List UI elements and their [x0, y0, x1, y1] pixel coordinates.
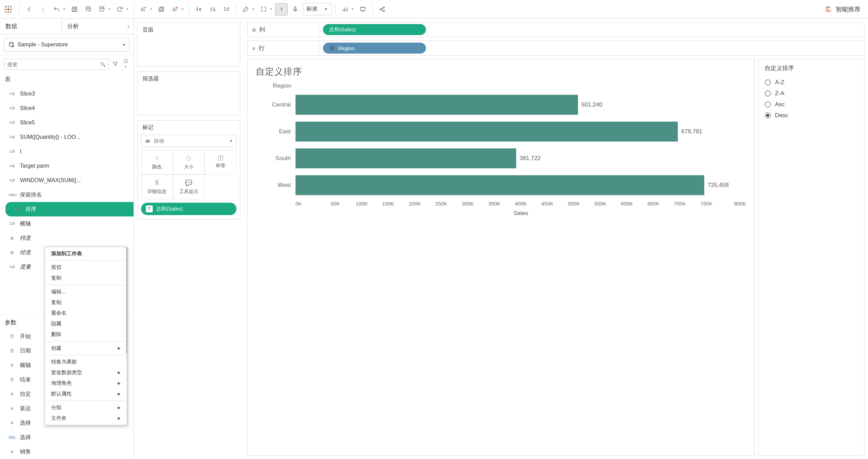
menu-item[interactable]: 转换为离散	[45, 357, 127, 367]
label-icon: T	[218, 156, 223, 160]
clear-sheet-button[interactable]: ▼	[169, 3, 185, 15]
refresh-button[interactable]: ▼	[114, 3, 130, 15]
menu-item[interactable]: 隐藏	[45, 318, 127, 329]
highlight-button[interactable]: ▼	[240, 3, 256, 15]
menu-item[interactable]: 重命名	[45, 308, 127, 318]
menu-item[interactable]: 复制	[45, 273, 127, 283]
show-labels-button[interactable]: T	[275, 3, 288, 15]
mark-type-selector[interactable]: 自动 ▼	[141, 135, 236, 147]
number-calc-icon: =#	[8, 120, 16, 125]
marks-tooltip-button[interactable]: 💬工具提示	[173, 175, 205, 199]
filters-label: 筛选器	[138, 72, 240, 86]
columns-pill-sales[interactable]: 总和(Sales)	[323, 24, 426, 35]
collapse-sidebar-icon[interactable]: ‹	[123, 23, 134, 30]
param-option[interactable]: Z-A	[765, 88, 858, 99]
field-item[interactable]: =#t	[0, 144, 134, 159]
menu-item[interactable]: 复制	[45, 297, 127, 308]
param-option[interactable]: A-Z	[765, 77, 858, 88]
bar[interactable]	[296, 148, 516, 168]
new-sheet-button[interactable]: ▼	[137, 3, 154, 15]
share-button[interactable]	[376, 3, 389, 15]
view-options-icon[interactable]: ▼	[122, 58, 129, 70]
bar-row[interactable]: Central501,240	[256, 91, 746, 118]
menu-item[interactable]: 编辑...	[45, 287, 127, 297]
pages-shelf[interactable]: 页面	[137, 23, 240, 67]
menu-item[interactable]: 删除	[45, 329, 127, 340]
filter-fields-icon[interactable]	[112, 61, 119, 68]
field-item[interactable]: =#排序	[5, 202, 134, 216]
menu-item[interactable]: 分组▶	[45, 402, 127, 413]
field-item[interactable]: =#WINDOW_MAX(SUM([...	[0, 173, 134, 188]
field-label: t	[20, 148, 21, 155]
swap-button[interactable]	[193, 3, 205, 15]
param-item[interactable]: Abc选择	[0, 430, 134, 445]
bar[interactable]	[296, 95, 578, 115]
marks-label-button[interactable]: T标签	[205, 150, 236, 175]
menu-item[interactable]: 添加到工作表	[45, 248, 127, 259]
pin-button[interactable]	[289, 3, 301, 15]
field-item[interactable]: =#SUM([Quantity]) - LOO...	[0, 130, 134, 144]
viz-title[interactable]: 自定义排序	[256, 66, 746, 78]
forward-button[interactable]	[37, 3, 49, 15]
svg-point-10	[86, 7, 90, 8]
sort-asc-button[interactable]	[206, 3, 219, 15]
bar-chart[interactable]: Central501,240East678,781South391,722Wes…	[256, 91, 746, 199]
field-item[interactable]: =#横轴	[0, 216, 134, 231]
bar-row[interactable]: East678,781	[256, 118, 746, 145]
tableau-logo-icon[interactable]	[3, 4, 14, 15]
menu-item[interactable]: 地理角色▶	[45, 378, 127, 389]
fit-selector[interactable]: 标准 ▼	[303, 3, 332, 15]
field-item[interactable]: =#Target parm	[0, 159, 134, 173]
marks-pill-sales[interactable]: T 总和(Sales)	[141, 203, 236, 215]
smart-recommend-button[interactable]: 智能推荐	[820, 5, 865, 13]
param-option[interactable]: Asc	[765, 99, 858, 110]
marks-color-button[interactable]: ⁙颜色	[141, 150, 173, 175]
axis-tick: 700K	[667, 201, 693, 206]
presentation-button[interactable]	[357, 3, 369, 15]
field-item[interactable]: =Abc保留排名	[0, 188, 134, 202]
field-item[interactable]: ⊕纬度	[0, 231, 134, 245]
marks-detail-button[interactable]: ⠿详细信息	[141, 175, 173, 199]
param-item[interactable]: #销售	[0, 445, 134, 459]
bar-row[interactable]: West725,458	[256, 172, 746, 199]
group-button[interactable]: ▼	[257, 3, 274, 15]
menu-item[interactable]: 默认属性▶	[45, 389, 127, 399]
show-cards-button[interactable]: ▼	[339, 3, 355, 15]
bar-row[interactable]: South391,722	[256, 145, 746, 172]
context-menu-scrollbar[interactable]	[126, 247, 128, 425]
menu-item[interactable]: 更改数据类型▶	[45, 367, 127, 378]
menu-item[interactable]: 创建▶	[45, 343, 127, 354]
marks-size-button[interactable]: ◌大小	[173, 150, 205, 175]
datasource-name: Sample - Superstore	[18, 42, 68, 48]
tab-data[interactable]: 数据	[0, 19, 62, 34]
pause-data-button[interactable]: ▼	[96, 3, 112, 15]
columns-shelf[interactable]: iii列 总和(Sales)	[247, 22, 865, 37]
field-search-box[interactable]: 🔍	[4, 59, 109, 70]
bar[interactable]	[296, 175, 704, 195]
search-input[interactable]	[7, 61, 100, 67]
menu-item[interactable]: 文件夹▶	[45, 413, 127, 424]
new-datasource-button[interactable]	[82, 3, 94, 15]
rows-pill-region[interactable]: Region	[323, 43, 426, 54]
field-item[interactable]: =#Slice4	[0, 101, 134, 115]
menu-item[interactable]: 剪切	[45, 262, 127, 273]
tab-analysis[interactable]: 分析	[62, 19, 123, 34]
bar[interactable]	[296, 122, 678, 142]
param-option-label: Asc	[775, 101, 785, 108]
svg-point-11	[90, 11, 90, 11]
param-option[interactable]: Desc	[765, 110, 858, 121]
duplicate-sheet-button[interactable]	[155, 3, 167, 15]
svg-point-23	[9, 42, 13, 44]
save-button[interactable]	[68, 3, 81, 15]
axis-tick: 450K	[534, 201, 560, 206]
datasource-selector[interactable]: Sample - Superstore ▼	[4, 38, 129, 52]
field-item[interactable]: =#Slice3	[0, 87, 134, 101]
sort-desc-button[interactable]	[220, 3, 232, 15]
axis-tick: 150K	[375, 201, 402, 206]
undo-button[interactable]: ▼	[50, 3, 67, 15]
rows-shelf[interactable]: ≡行 Region	[247, 41, 865, 56]
back-button[interactable]	[23, 3, 35, 15]
field-item[interactable]: =#Slice5	[0, 115, 134, 130]
menu-item-label: 删除	[51, 331, 61, 338]
filters-shelf[interactable]: 筛选器	[137, 71, 240, 115]
